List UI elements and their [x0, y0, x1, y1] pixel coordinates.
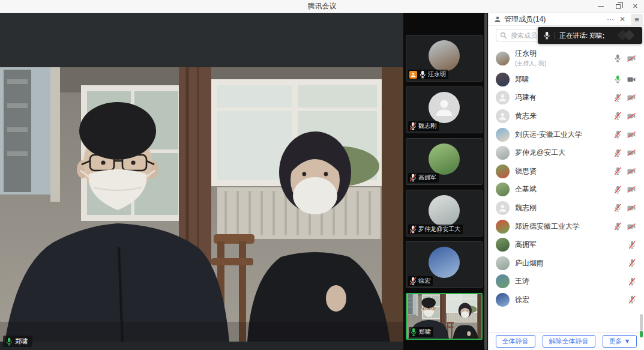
- member-row[interactable]: 罗仲龙@安工大: [489, 143, 644, 162]
- member-role-label: (主持人, 我): [515, 59, 546, 68]
- member-mic-icon: [614, 54, 621, 62]
- minimize-button[interactable]: [598, 6, 604, 7]
- tile-name-label: 汪永明: [408, 70, 448, 79]
- member-name: 郑啸: [515, 74, 529, 85]
- avatar: [429, 195, 460, 226]
- member-name: 罗仲龙@安工大: [515, 148, 565, 158]
- panel-header-actions: ··· ✕ ≡: [607, 14, 644, 25]
- avatar: [496, 274, 510, 288]
- member-texts: 郑近德安徽工业大学: [515, 222, 580, 232]
- member-row[interactable]: 饶思贤: [489, 162, 644, 181]
- meeting-logo-icon: [616, 30, 637, 41]
- member-row[interactable]: 庐山烟雨: [489, 254, 644, 273]
- avatar: [496, 128, 510, 142]
- member-row[interactable]: 刘庆运-安徽工业大学: [489, 125, 644, 144]
- minimize-icon: [598, 6, 604, 7]
- participant-tile[interactable]: 郑啸: [406, 293, 483, 340]
- member-list: 汪永明(主持人, 我) 郑啸 冯建有 黄志来: [489, 43, 644, 332]
- avatar: [496, 238, 510, 252]
- restore-icon: [616, 4, 621, 9]
- tile-name-label: 魏志刚: [408, 121, 439, 131]
- member-texts: 郑啸: [515, 74, 529, 85]
- participant-tile[interactable]: 魏志刚: [406, 86, 483, 133]
- member-texts: 冯建有: [515, 92, 537, 103]
- tile-name-label: 郑啸: [409, 327, 433, 337]
- window-title: 腾讯会议: [308, 1, 337, 11]
- member-status-icons: [614, 222, 636, 231]
- member-row[interactable]: 汪永明(主持人, 我): [489, 46, 644, 70]
- close-button[interactable]: ✕: [633, 3, 638, 10]
- member-status-icons: [614, 204, 636, 212]
- member-name: 冯建有: [515, 92, 537, 103]
- main-video-area[interactable]: 郑啸: [0, 13, 403, 350]
- member-list-scrollbar[interactable]: [640, 314, 643, 331]
- thumbnail-scrollbar[interactable]: [484, 13, 487, 350]
- member-row[interactable]: 王涛: [489, 273, 644, 291]
- avatar: [429, 143, 460, 175]
- more-button[interactable]: 更多 ▼: [603, 335, 637, 348]
- host-badge-icon: [409, 71, 417, 79]
- tile-name-label: 罗仲龙@安工大: [408, 225, 463, 234]
- member-status-icons: [614, 75, 636, 83]
- participant-tile[interactable]: 罗仲龙@安工大: [406, 190, 483, 237]
- member-row[interactable]: 仝基斌: [489, 181, 644, 199]
- member-mic-icon: [614, 204, 621, 212]
- avatar: [496, 183, 510, 196]
- titlebar: 腾讯会议 ✕: [0, 0, 644, 13]
- participant-tile[interactable]: 徐宏: [406, 241, 483, 288]
- avatar: [429, 40, 460, 71]
- member-row[interactable]: 魏志刚: [489, 199, 644, 217]
- member-row[interactable]: 冯建有: [489, 89, 644, 107]
- member-camera-icon: [627, 113, 636, 119]
- speaking-toast: 正在讲话: 郑啸;: [538, 27, 642, 44]
- member-texts: 黄志来: [515, 111, 537, 121]
- member-mic-icon: [614, 222, 621, 231]
- tile-participant-name: 徐宏: [418, 277, 430, 285]
- tile-mic-icon: [409, 122, 417, 130]
- member-camera-icon: [627, 131, 636, 138]
- member-row[interactable]: 黄志来: [489, 107, 644, 125]
- close-panel-icon[interactable]: ✕: [619, 16, 625, 23]
- mute-all-button[interactable]: 全体静音: [496, 335, 535, 348]
- tile-participant-name: 汪永明: [428, 70, 446, 79]
- panel-title: 管理成员(14): [504, 14, 546, 25]
- restore-button[interactable]: [616, 4, 621, 9]
- member-row[interactable]: 高拥军: [489, 235, 644, 254]
- toast-divider: [555, 32, 555, 39]
- default-avatar: [496, 201, 510, 215]
- member-mic-icon: [614, 167, 621, 175]
- member-status-icons: [628, 259, 636, 267]
- member-status-icons: [628, 241, 636, 249]
- unmute-all-button[interactable]: 解除全体静音: [543, 335, 595, 348]
- member-name: 王涛: [515, 276, 529, 286]
- tile-mic-icon: [409, 225, 417, 234]
- toast-mic-icon: [543, 31, 550, 40]
- member-name: 徐宏: [515, 295, 529, 305]
- avatar: [496, 220, 510, 234]
- tile-participant-name: 罗仲龙@安工大: [418, 225, 460, 234]
- member-camera-icon: [627, 205, 636, 211]
- member-texts: 仝基斌: [515, 184, 537, 195]
- member-row[interactable]: 郑啸: [489, 70, 644, 89]
- hamburger-menu-icon[interactable]: ≡: [631, 14, 643, 25]
- member-row[interactable]: 徐宏: [489, 291, 644, 309]
- member-list-scrollbar-indicator: [640, 331, 643, 337]
- participant-tile[interactable]: 高拥军: [406, 138, 483, 185]
- tile-mic-icon: [419, 70, 426, 79]
- default-avatar: [429, 92, 460, 123]
- member-name: 刘庆运-安徽工业大学: [515, 130, 582, 140]
- member-camera-icon: [627, 55, 636, 62]
- more-options-icon[interactable]: ···: [607, 16, 614, 23]
- member-status-icons: [614, 54, 636, 62]
- member-row[interactable]: 郑近德安徽工业大学: [489, 217, 644, 236]
- member-status-icons: [614, 186, 636, 194]
- member-texts: 高拥军: [515, 240, 537, 250]
- participant-tile[interactable]: 汪永明: [406, 35, 483, 82]
- speaking-toast-text: 正在讲话: 郑啸;: [559, 31, 604, 40]
- member-status-icons: [614, 112, 636, 120]
- member-name: 汪永明: [515, 49, 546, 59]
- tile-name-label: 高拥军: [408, 173, 439, 183]
- avatar: [496, 164, 510, 178]
- default-avatar: [496, 91, 510, 104]
- main-speaker-label: 郑啸: [3, 336, 32, 347]
